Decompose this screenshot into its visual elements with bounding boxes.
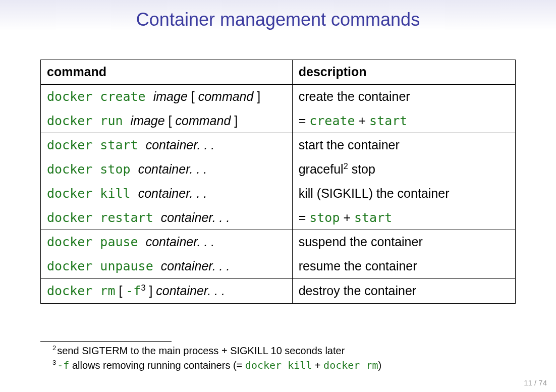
plus-sign: +	[340, 210, 354, 225]
page-number: 11 / 74	[524, 378, 547, 387]
description-code: create	[309, 114, 355, 128]
command-argument: container. . .	[156, 284, 225, 298]
footnote-3-tail: )	[378, 360, 381, 371]
table-row: docker pause container. . .suspend the c…	[41, 230, 516, 254]
table-row: docker restart container. . .= stop + st…	[41, 206, 516, 230]
command-keyword: docker unpause	[47, 259, 161, 273]
command-argument: command	[176, 114, 231, 128]
footnote-3-text-a: allows removing running containers (=	[69, 360, 245, 371]
command-argument: container. . .	[146, 235, 215, 249]
footnote-2-text: send SIGTERM to the main process + SIGKI…	[57, 345, 345, 356]
command-argument: image	[153, 89, 188, 103]
footnote-2: 2send SIGTERM to the main process + SIGK…	[52, 344, 516, 358]
header-description: description	[292, 60, 515, 84]
equals-sign: =	[299, 210, 310, 225]
footnote-3-code-b: docker rm	[323, 359, 378, 371]
command-argument: container. . .	[138, 186, 207, 200]
footnote-3-plus: +	[312, 360, 323, 371]
footnote-rule	[40, 341, 172, 342]
command-keyword: docker start	[47, 138, 146, 152]
bracket-close: ]	[231, 114, 238, 128]
description-text: graceful	[299, 162, 344, 176]
description-text: resume the container	[299, 259, 417, 273]
description-text: destroy the container	[299, 284, 416, 298]
command-cell: docker start container. . .	[41, 133, 293, 157]
header-command: command	[41, 60, 293, 84]
description-cell: start the container	[292, 133, 515, 157]
command-keyword: docker kill	[47, 186, 138, 201]
description-code: start	[354, 210, 392, 225]
bracket-close: ]	[145, 284, 156, 298]
description-text: kill (SIGKILL) the container	[299, 186, 450, 200]
footnote-2-num: 2	[52, 344, 56, 352]
description-text: start the container	[299, 138, 400, 152]
description-cell: create the container	[292, 84, 515, 109]
commands-table-wrap: command description docker create image …	[40, 60, 516, 304]
footnote-3-flag: -f	[57, 359, 69, 371]
command-cell: docker pause container. . .	[41, 230, 293, 254]
table-row: docker run image [ command ]= create + s…	[41, 109, 516, 133]
command-cell: docker stop container. . .	[41, 157, 293, 182]
description-cell: = stop + start	[292, 206, 515, 230]
command-cell: docker kill container. . .	[41, 182, 293, 206]
plus-sign: +	[355, 114, 370, 128]
table-row: docker kill container. . .kill (SIGKILL)…	[41, 182, 516, 206]
slide: Container management commands command de…	[0, 0, 556, 392]
table-header-row: command description	[41, 60, 516, 84]
description-text: stop	[348, 162, 375, 176]
table-row: docker unpause container. . .resume the …	[41, 254, 516, 278]
command-argument: container. . .	[161, 210, 230, 225]
table-row: docker start container. . .start the con…	[41, 133, 516, 157]
command-keyword: docker run	[47, 114, 131, 128]
commands-table: command description docker create image …	[40, 60, 516, 304]
command-keyword: docker stop	[47, 162, 138, 177]
footnotes: 2send SIGTERM to the main process + SIGK…	[40, 341, 516, 373]
description-text: create the container	[299, 89, 410, 103]
footnote-3-num: 3	[52, 359, 56, 366]
command-argument: container. . .	[138, 162, 207, 176]
command-argument: command	[198, 89, 254, 103]
equals-sign: =	[299, 114, 310, 128]
description-cell: graceful2 stop	[292, 157, 515, 182]
command-argument: container. . .	[161, 259, 230, 273]
table-row: docker create image [ command ]create th…	[41, 84, 516, 109]
command-keyword: docker restart	[47, 210, 161, 225]
description-cell: resume the container	[292, 254, 515, 278]
footnote-3-code-a: docker kill	[245, 359, 312, 371]
command-cell: docker unpause container. . .	[41, 254, 293, 278]
command-keyword: docker pause	[47, 235, 146, 249]
command-cell: docker run image [ command ]	[41, 109, 293, 133]
slide-title: Container management commands	[0, 0, 556, 30]
description-cell: kill (SIGKILL) the container	[292, 182, 515, 206]
command-argument: container. . .	[146, 138, 215, 152]
description-cell: = create + start	[292, 109, 515, 133]
command-argument: image	[131, 114, 165, 128]
command-cell: docker rm [ -f3 ] container. . .	[41, 278, 293, 303]
command-keyword: docker create	[47, 89, 153, 104]
table-row: docker rm [ -f3 ] container. . .destroy …	[41, 278, 516, 303]
description-text: suspend the container	[299, 235, 423, 249]
description-code: start	[369, 114, 407, 128]
command-flag: -f	[126, 284, 141, 298]
bracket-close: ]	[253, 89, 260, 103]
bracket-open: [	[115, 284, 126, 298]
command-cell: docker restart container. . .	[41, 206, 293, 230]
table-row: docker stop container. . .graceful2 stop	[41, 157, 516, 182]
description-cell: destroy the container	[292, 278, 515, 303]
description-code: stop	[309, 210, 340, 225]
bracket-open: [	[165, 114, 176, 128]
description-cell: suspend the container	[292, 230, 515, 254]
command-keyword: docker rm	[47, 284, 115, 298]
footnote-3: 3-f allows removing running containers (…	[52, 358, 516, 373]
bracket-open: [	[188, 89, 198, 103]
command-cell: docker create image [ command ]	[41, 84, 293, 109]
footnote-ref: 2	[344, 161, 348, 171]
